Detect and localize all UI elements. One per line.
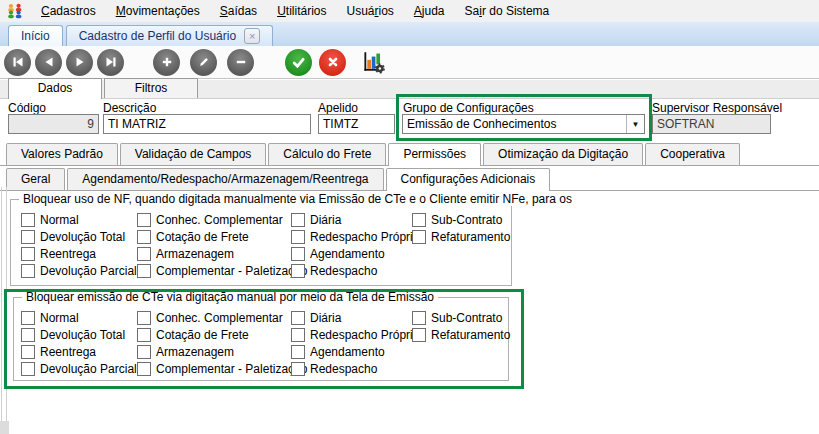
- checkbox-devolucao-parcial[interactable]: Devolução Parcial: [21, 264, 137, 277]
- tab-validacao-de-campos[interactable]: Validação de Campos: [120, 143, 267, 165]
- checkbox-box[interactable]: [291, 345, 305, 359]
- menu-item-utilitarios[interactable]: Utilitários: [267, 0, 336, 22]
- checkbox-box[interactable]: [412, 230, 426, 244]
- cancel-button[interactable]: [319, 49, 346, 76]
- menu-item-ajuda[interactable]: Ajuda: [404, 0, 455, 22]
- checkbox-box[interactable]: [291, 264, 305, 278]
- close-tab-icon[interactable]: [244, 28, 260, 44]
- checkbox-box[interactable]: [291, 328, 305, 342]
- x-icon: [326, 55, 340, 69]
- tab-cooperativa[interactable]: Cooperativa: [645, 143, 740, 165]
- menu-item-saidas[interactable]: Saídas: [210, 0, 267, 22]
- checkbox-box[interactable]: [21, 362, 35, 376]
- groupbox-bloquear-uso-nf-title: Bloquear uso de NF, quando digitada manu…: [19, 192, 576, 206]
- grupo-configuracoes-dropdown[interactable]: Emissão de Conhecimentos: [402, 114, 645, 134]
- edit-record-button[interactable]: [190, 49, 217, 76]
- checkbox-reentrega[interactable]: Reentrega: [21, 247, 137, 260]
- checkbox-box[interactable]: [412, 328, 426, 342]
- checkbox-armazenagem[interactable]: Armazenagem: [137, 247, 307, 260]
- checkbox-box[interactable]: [21, 230, 35, 244]
- checkbox-box[interactable]: [291, 230, 305, 244]
- menu-item-usuarios[interactable]: Usuários: [336, 0, 403, 22]
- last-record-button[interactable]: [97, 49, 124, 76]
- checkbox-box[interactable]: [21, 264, 35, 278]
- checkbox-box[interactable]: [137, 230, 151, 244]
- report-chart-settings-button[interactable]: [359, 48, 389, 76]
- checkbox-box[interactable]: [137, 247, 151, 261]
- checkbox-box[interactable]: [21, 311, 35, 325]
- supervisor-field[interactable]: [652, 114, 771, 134]
- first-record-button[interactable]: [4, 49, 31, 76]
- checkbox-cotacao-de-frete[interactable]: Cotação de Frete: [137, 328, 307, 341]
- checkbox-reentrega[interactable]: Reentrega: [21, 345, 137, 358]
- checkbox-conhec-complementar[interactable]: Conhec. Complementar: [137, 213, 307, 226]
- checkbox-agendamento[interactable]: Agendamento: [291, 247, 419, 260]
- menu-item-movimentacoes[interactable]: Movimentações: [106, 0, 210, 22]
- checkbox-box[interactable]: [21, 328, 35, 342]
- checkbox-cotacao-de-frete[interactable]: Cotação de Frete: [137, 230, 307, 243]
- checkbox-box[interactable]: [21, 345, 35, 359]
- checkbox-redespacho-proprio[interactable]: Redespacho Próprio: [291, 328, 419, 341]
- checkbox-box[interactable]: [412, 213, 426, 227]
- menu-bar-items: CadastrosMovimentaçõesSaídasUtilitáriosU…: [31, 0, 559, 22]
- checkbox-box[interactable]: [412, 311, 426, 325]
- chevron-down-icon[interactable]: [626, 115, 644, 133]
- checkbox-sub-contrato[interactable]: Sub-Contrato: [412, 311, 510, 324]
- previous-record-button[interactable]: [35, 49, 62, 76]
- menu-item-cadastros[interactable]: Cadastros: [31, 0, 106, 22]
- checkbox-label: Devolução Parcial: [40, 362, 137, 376]
- checkbox-devolucao-total[interactable]: Devolução Total: [21, 230, 137, 243]
- tab-calculo-do-frete[interactable]: Cálculo do Frete: [268, 143, 386, 165]
- checkbox-diaria[interactable]: Diária: [291, 213, 419, 226]
- checkbox-box[interactable]: [137, 328, 151, 342]
- checkbox-agendamento[interactable]: Agendamento: [291, 345, 419, 358]
- checkbox-complementar-paletizacao[interactable]: Complementar - Paletização: [137, 362, 307, 375]
- menu-bar: CadastrosMovimentaçõesSaídasUtilitáriosU…: [0, 0, 819, 23]
- apelido-field[interactable]: [318, 114, 395, 134]
- delete-record-button[interactable]: [227, 49, 254, 76]
- checkbox-normal[interactable]: Normal: [21, 213, 137, 226]
- toolbar: [0, 46, 819, 79]
- tab-configuracoes-adicionais[interactable]: Configurações Adicionais: [386, 168, 551, 191]
- tab-agendamento-redespacho-armazenagem-reentrega[interactable]: Agendamento/Redespacho/Armazenagem/Reent…: [67, 168, 383, 190]
- tab-valores-padrao[interactable]: Valores Padrão: [6, 143, 118, 165]
- tab-cadastro-perfil-usuario[interactable]: Cadastro de Perfil do Usuário: [66, 25, 273, 46]
- checkbox-normal[interactable]: Normal: [21, 311, 137, 324]
- checkbox-diaria[interactable]: Diária: [291, 311, 419, 324]
- checkbox-box[interactable]: [137, 362, 151, 376]
- checkbox-box[interactable]: [291, 311, 305, 325]
- checkbox-refaturamento[interactable]: Refaturamento: [412, 328, 510, 341]
- tab-geral[interactable]: Geral: [6, 168, 65, 190]
- tab-filtros[interactable]: Filtros: [104, 78, 198, 98]
- confirm-button[interactable]: [285, 49, 312, 76]
- add-record-button[interactable]: [153, 49, 180, 76]
- checkbox-sub-contrato[interactable]: Sub-Contrato: [412, 213, 510, 226]
- descricao-field[interactable]: [103, 114, 311, 134]
- checkbox-box[interactable]: [137, 345, 151, 359]
- checkbox-conhec-complementar[interactable]: Conhec. Complementar: [137, 311, 307, 324]
- checkbox-complementar-paletizacao[interactable]: Complementar - Paletização: [137, 264, 307, 277]
- checkbox-box[interactable]: [137, 311, 151, 325]
- checkbox-box[interactable]: [291, 247, 305, 261]
- tab-permissoes[interactable]: Permissões: [388, 143, 481, 166]
- checkbox-box[interactable]: [21, 213, 35, 227]
- checkbox-box[interactable]: [291, 213, 305, 227]
- codigo-field[interactable]: [8, 114, 99, 134]
- checkbox-box[interactable]: [291, 362, 305, 376]
- checkbox-box[interactable]: [21, 247, 35, 261]
- tab-inicio[interactable]: Início: [8, 25, 63, 46]
- checkbox-redespacho[interactable]: Redespacho: [291, 362, 419, 375]
- checkbox-armazenagem[interactable]: Armazenagem: [137, 345, 307, 358]
- checkbox-redespacho[interactable]: Redespacho: [291, 264, 419, 277]
- tab-otimizacao-da-digitacao[interactable]: Otimização da Digitação: [483, 143, 643, 165]
- menu-item-sair-do-sistema[interactable]: Sair do Sistema: [455, 0, 560, 22]
- checkbox-refaturamento[interactable]: Refaturamento: [412, 230, 510, 243]
- checkbox-devolucao-parcial[interactable]: Devolução Parcial: [21, 362, 137, 375]
- checkbox-box[interactable]: [137, 213, 151, 227]
- next-record-button[interactable]: [66, 49, 93, 76]
- tab-dados[interactable]: Dados: [8, 78, 102, 99]
- checkbox-redespacho-proprio[interactable]: Redespacho Próprio: [291, 230, 419, 243]
- checkbox-box[interactable]: [137, 264, 151, 278]
- checkbox-devolucao-total[interactable]: Devolução Total: [21, 328, 137, 341]
- checkbox-column: Sub-ContratoRefaturamento: [412, 213, 510, 247]
